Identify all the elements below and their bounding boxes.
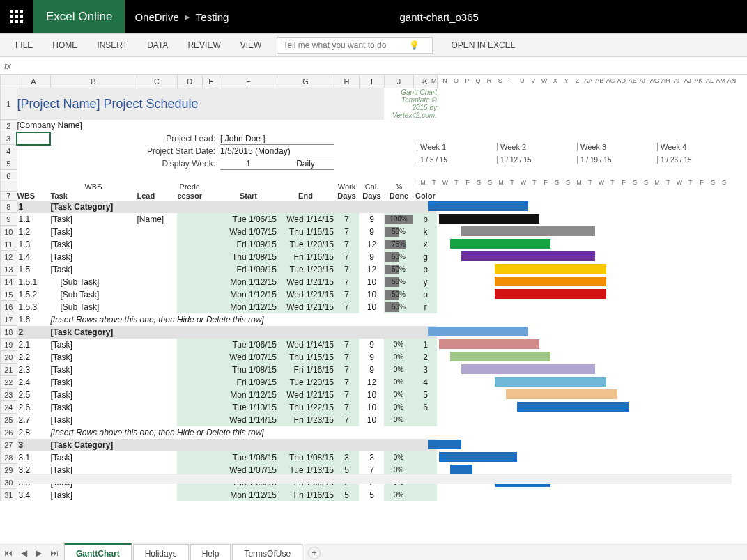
sheet-tabs-bar: ⏮ ◀ ▶ ⏭ GanttChart Holidays Help TermsOf… (0, 543, 747, 560)
svg-rect-2 (20, 10, 23, 13)
tell-me-box[interactable]: 💡 (277, 37, 433, 54)
svg-rect-0 (10, 10, 13, 13)
column-headers[interactable]: A BCDEFGHIJK (1, 75, 438, 88)
tab-insert[interactable]: INSERT (87, 34, 137, 56)
gantt-bar[interactable] (428, 440, 461, 449)
sheet-nav-next[interactable]: ▶ (31, 548, 46, 558)
tab-file[interactable]: FILE (6, 34, 43, 56)
gantt-bar[interactable] (450, 352, 550, 361)
scrollbar-horizontal[interactable] (14, 474, 732, 484)
tab-data[interactable]: DATA (137, 34, 178, 56)
svg-rect-3 (10, 15, 13, 18)
gantt-bar[interactable] (517, 402, 629, 412)
week-dates: 1 / 5 / 151 / 12 / 151 / 19 / 151 / 26 /… (417, 151, 737, 164)
sheet-area: A BCDEFGHIJK 1[Project Name] Project Sch… (0, 75, 747, 543)
gantt-bar[interactable] (450, 239, 550, 249)
svg-rect-8 (20, 20, 23, 23)
titlebar: Excel Online OneDrive ▸ Testing gantt-ch… (0, 0, 747, 33)
svg-rect-5 (20, 15, 23, 18)
gantt-bar[interactable] (495, 277, 606, 286)
gantt-bar[interactable] (495, 264, 606, 274)
day-letters: MTWTFSSMTWTFSSMTWTFSSMTWTFSS (417, 176, 737, 189)
app-launcher-icon[interactable] (0, 0, 33, 33)
svg-rect-1 (15, 10, 18, 13)
sheet-tab-help[interactable]: Help (190, 544, 231, 561)
formula-bar: fx (0, 57, 747, 75)
breadcrumb: OneDrive ▸ Testing (134, 10, 229, 23)
gantt-bar[interactable] (495, 377, 606, 387)
tab-view[interactable]: VIEW (231, 34, 272, 56)
gantt-bar[interactable] (439, 452, 517, 462)
gantt-area: LMNOPQRSTUVWXYZAAABACADAEAFAGAHAIAJAKALA… (417, 88, 737, 189)
sheet-tab-gantt[interactable]: GanttChart (64, 543, 132, 560)
breadcrumb-folder[interactable]: Testing (196, 11, 229, 23)
sheet-nav-last[interactable]: ⏭ (46, 548, 63, 558)
gantt-bar[interactable] (439, 339, 539, 349)
brand: Excel Online (33, 0, 125, 33)
sheet-nav-first[interactable]: ⏮ (0, 548, 17, 558)
document-name[interactable]: gantt-chart_o365 (229, 11, 649, 23)
gantt-col-letters: LMNOPQRSTUVWXYZAAABACADAEAFAGAHAIAJAKALA… (417, 75, 737, 87)
sheet-nav-prev[interactable]: ◀ (17, 548, 31, 558)
tell-me-input[interactable] (282, 40, 406, 51)
sheet-tab-holidays[interactable]: Holidays (133, 544, 189, 561)
sheet-tab-terms[interactable]: TermsOfUse (232, 544, 302, 561)
open-in-excel[interactable]: OPEN IN EXCEL (451, 40, 515, 50)
gantt-bar[interactable] (461, 251, 595, 261)
ribbon: FILE HOME INSERT DATA REVIEW VIEW 💡 OPEN… (0, 33, 747, 57)
formula-input[interactable] (15, 60, 743, 71)
gantt-bar[interactable] (461, 226, 595, 236)
lightbulb-icon: 💡 (409, 40, 419, 50)
gantt-bar[interactable] (461, 364, 595, 374)
svg-rect-4 (15, 15, 18, 18)
breadcrumb-root[interactable]: OneDrive (134, 11, 178, 23)
chevron-right-icon: ▸ (185, 10, 190, 23)
tab-home[interactable]: HOME (43, 34, 87, 56)
svg-rect-6 (10, 20, 13, 23)
grid[interactable]: A BCDEFGHIJK 1[Project Name] Project Sch… (0, 75, 438, 501)
gantt-bar[interactable] (439, 214, 539, 224)
svg-rect-7 (15, 20, 18, 23)
gantt-bar[interactable] (428, 201, 528, 211)
add-sheet-button[interactable]: + (308, 547, 321, 559)
gantt-bar[interactable] (428, 327, 528, 336)
tab-review[interactable]: REVIEW (178, 34, 230, 56)
col-A[interactable]: A (17, 75, 50, 88)
gantt-bar[interactable] (450, 465, 472, 474)
week-labels: Week 1Week 2Week 3Week 4 (417, 139, 737, 151)
gantt-bar[interactable] (495, 289, 606, 299)
gantt-bar[interactable] (506, 389, 617, 399)
fx-label: fx (4, 61, 11, 71)
